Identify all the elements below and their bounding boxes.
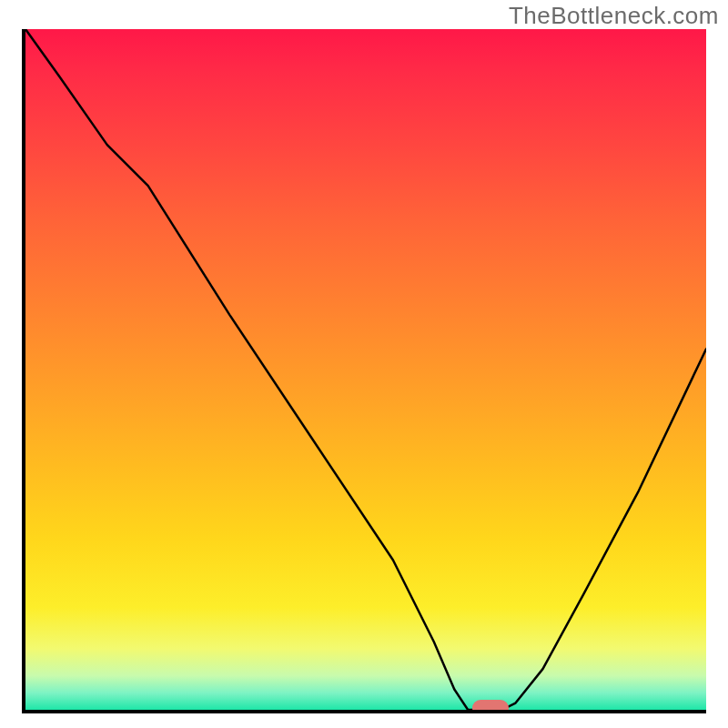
optimal-marker <box>472 700 509 713</box>
plot-area <box>22 29 706 713</box>
watermark-text: TheBottleneck.com <box>509 2 719 30</box>
chart-container: TheBottleneck.com <box>0 0 728 728</box>
bottleneck-curve <box>25 29 706 710</box>
